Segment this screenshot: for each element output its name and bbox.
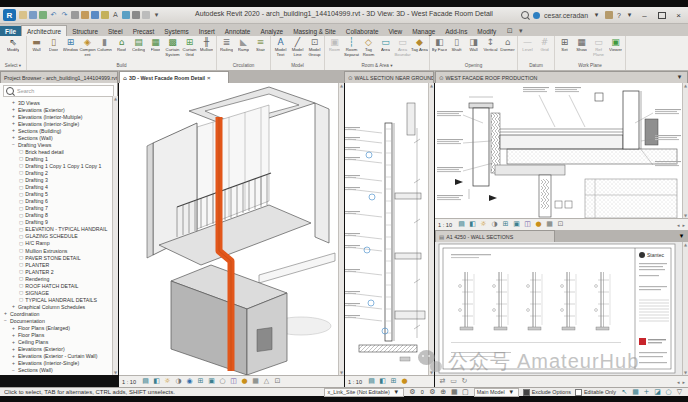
text-icon[interactable]: A — [111, 11, 120, 20]
worksets-icon[interactable]: ⚙ — [428, 388, 437, 397]
expand-icon[interactable]: + — [11, 304, 16, 309]
browser-item-elevations-interior-single[interactable]: +Elevations (Interior-Single) — [0, 360, 117, 367]
sun-path-icon[interactable]: ☼ — [163, 377, 172, 386]
crop-region-visibility-icon[interactable]: ▣ — [512, 220, 521, 229]
ribbon-tab-manage[interactable]: Manage — [407, 26, 440, 36]
browser-item-elevation-typical-handrail[interactable]: ▢ELEVATION - TYPICAL HANDRAIL — [0, 226, 117, 233]
browser-item-building-section-a-a-callout[interactable]: ▢BUILDING SECTION A-A - Callout — [0, 374, 117, 375]
editable-only-checkbox[interactable]: Editable Only — [575, 389, 616, 396]
browser-item-elevations-exterior[interactable]: +Elevations (Exterior) — [0, 346, 117, 353]
tool-ref-plane[interactable]: ▭Ref Plane — [590, 37, 607, 62]
tab-sheet[interactable]: ▤ A1 4250 - WALL SECTIONS — [435, 230, 555, 242]
browser-item-documentation[interactable]: −Documentation — [0, 317, 117, 324]
ribbon-tab-add-ins[interactable]: Add-Ins — [440, 26, 472, 36]
wall-section-canvas[interactable] — [345, 83, 434, 375]
tool-wall[interactable]: ▬Wall — [28, 37, 45, 62]
close-button[interactable]: × — [672, 10, 685, 21]
ribbon-tab-insert[interactable]: Insert — [194, 26, 220, 36]
browser-item-drafting-2[interactable]: ▢Drafting 2 — [0, 169, 117, 176]
tool-model-group[interactable]: ⊡Model Group — [306, 37, 323, 62]
scale-button[interactable]: 1 : 10 — [438, 222, 452, 228]
scroll-right-icon[interactable]: ▸ — [682, 379, 685, 385]
constraints-icon[interactable]: ⊡ — [273, 377, 282, 386]
browser-item-drafting-views[interactable]: −Drafting Views — [0, 141, 117, 148]
expand-icon[interactable]: + — [11, 340, 16, 345]
browser-scrollbar[interactable]: ▲▼ — [112, 96, 118, 375]
sheet-scrollbar[interactable]: ▲▼ — [682, 242, 688, 375]
tool-viewer[interactable]: ▣Viewer — [607, 37, 624, 62]
browser-item-drafting-1[interactable]: ▢Drafting 1 — [0, 155, 117, 162]
browser-item-planter[interactable]: ▢PLANTER — [0, 261, 117, 268]
section-icon[interactable] — [132, 11, 140, 19]
browser-item-elevations-interior-single[interactable]: +Elevations (Interior-Single) — [0, 120, 117, 127]
tool-model-text[interactable]: AModel Text — [272, 37, 289, 62]
tool-by-face[interactable]: ◧By Face — [431, 37, 448, 62]
expand-icon[interactable]: + — [11, 361, 16, 366]
sync-with-central-icon[interactable] — [39, 11, 47, 19]
ribbon-tab-steel[interactable]: Steel — [103, 26, 128, 36]
filter-icon[interactable]: ▽ — [675, 388, 684, 397]
tool-floor[interactable]: ▦Floor — [147, 37, 164, 62]
ribbon-tab-structure[interactable]: Structure — [67, 26, 103, 36]
browser-item-elevations-exterior-curtain-wall[interactable]: +Elevations (Exterior - Curtain Wall) — [0, 353, 117, 360]
3d-view-canvas[interactable] — [119, 83, 344, 375]
open-icon[interactable] — [19, 11, 27, 19]
ribbon-tab-file[interactable]: File — [0, 26, 21, 36]
default-3d-view-icon[interactable] — [122, 11, 130, 19]
browser-item-sections-wall[interactable]: +Sections (Wall) — [0, 134, 117, 141]
hide-analytical-model-icon[interactable]: △ — [262, 377, 271, 386]
ribbon-tab-view[interactable]: View — [383, 26, 407, 36]
search-icon[interactable] — [521, 11, 529, 19]
tool-curtain-system[interactable]: ▩Curtain System — [164, 37, 181, 62]
exclude-options-checkbox[interactable]: Exclude Options — [523, 389, 571, 396]
signed-in-user[interactable]: cesar.ceradan — [544, 12, 588, 19]
crop-view-icon[interactable]: ⊞ — [389, 377, 398, 386]
aligned-dimension-icon[interactable] — [91, 11, 99, 19]
tool-component[interactable]: ◈Component — [79, 37, 96, 62]
tab-list-caret-icon[interactable]: ▾ — [677, 232, 686, 241]
tool-tag-area[interactable]: ◆Tag Area — [411, 37, 428, 62]
expand-icon[interactable]: + — [3, 311, 8, 316]
ribbon-tab-precast[interactable]: Precast — [128, 26, 160, 36]
tool-room[interactable]: ▣Room — [326, 37, 343, 62]
browser-item-mullion-extrusions[interactable]: ▢Mullion Extrusions — [0, 247, 117, 254]
browser-item-typical-handrail-details[interactable]: ▢TYPICAL HANDRAIL DETAILS — [0, 296, 117, 303]
tool-shaft[interactable]: ▯Shaft — [448, 37, 465, 62]
ribbon-tab-architecture[interactable]: Architecture — [21, 25, 67, 36]
detail-level-icon[interactable]: ▤ — [457, 220, 466, 229]
browser-item-sections-building[interactable]: +Sections (Building) — [0, 127, 117, 134]
tool-railing[interactable]: ≣Railing — [218, 37, 235, 62]
close-icon[interactable]: × — [207, 75, 211, 81]
browser-item-brick-head-detail[interactable]: ▢Brick head detail — [0, 148, 117, 155]
ribbon-tab-massing-site[interactable]: Massing & Site — [288, 26, 341, 36]
scroll-right-icon[interactable]: ▸ — [682, 222, 685, 228]
select-pinned-icon[interactable]: + — [642, 388, 651, 397]
worksets-icon[interactable]: ⚙ — [408, 388, 417, 397]
ribbon-tab-modify[interactable]: Modify — [472, 26, 501, 36]
tool-roof[interactable]: ⌂Roof — [113, 37, 130, 62]
browser-item-paver-stone-detail[interactable]: ▢PAVER STONE DETAIL — [0, 254, 117, 261]
scale-button[interactable]: 1 : 10 — [348, 379, 362, 385]
expand-icon[interactable]: + — [11, 100, 16, 105]
ribbon-display-toggle[interactable]: ⊡ ▾ — [505, 27, 525, 36]
visual-style-icon[interactable]: ◧ — [152, 377, 161, 386]
expand-icon[interactable]: + — [11, 121, 16, 126]
wall-section-scrollbar[interactable]: ▲▼ — [428, 83, 434, 375]
expand-icon[interactable]: + — [11, 107, 16, 112]
tool-ramp[interactable]: ◣Ramp — [235, 37, 252, 62]
tool-area[interactable]: ▭Area — [377, 37, 394, 62]
detail-level-icon[interactable]: ▤ — [367, 377, 376, 386]
reveal-hidden-icon[interactable]: ● — [240, 377, 249, 386]
design-options-icon[interactable]: ▦ — [450, 388, 459, 397]
browser-item-floor-plans-enlarged[interactable]: +Floor Plans (Enlarged) — [0, 325, 117, 332]
visual-style-icon[interactable]: ◧ — [468, 220, 477, 229]
reveal-hidden-icon[interactable]: ● — [534, 220, 543, 229]
browser-item-elevations-exterior[interactable]: +Elevations (Exterior) — [0, 106, 117, 113]
user-caret-icon[interactable]: ▾ — [592, 11, 601, 20]
browser-item-sections-wall[interactable]: −Sections (Wall) — [0, 367, 117, 374]
sheet-canvas[interactable]: Stantec — [435, 242, 688, 375]
temporary-hide-isolate-icon[interactable]: ◫ — [523, 220, 532, 229]
expand-icon[interactable]: + — [11, 326, 16, 331]
tool-set[interactable]: ⊞Set — [556, 37, 573, 62]
browser-item-graphical-column-schedules[interactable]: +Graphical Column Schedules — [0, 303, 117, 310]
